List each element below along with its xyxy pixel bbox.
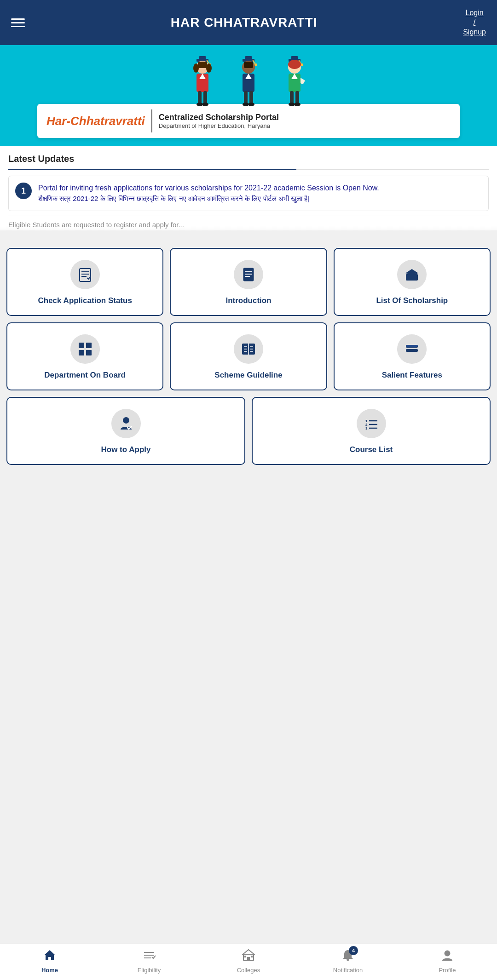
introduction-icon-circle bbox=[234, 260, 263, 289]
list-of-scholarship-card[interactable]: List Of Scholarship bbox=[334, 248, 491, 316]
svg-rect-10 bbox=[198, 91, 202, 104]
course-list-label: Course List bbox=[350, 445, 393, 455]
checklist-icon bbox=[77, 267, 93, 282]
ordered-list-icon: 1. 2. 3. bbox=[364, 416, 379, 431]
svg-rect-7 bbox=[198, 62, 207, 68]
figure-1 bbox=[186, 54, 219, 105]
svg-rect-27 bbox=[291, 56, 298, 60]
svg-point-17 bbox=[254, 63, 257, 66]
svg-rect-52 bbox=[79, 343, 84, 348]
how-to-apply-label: How to Apply bbox=[101, 445, 151, 455]
salient-features-card[interactable]: Salient Features bbox=[334, 322, 491, 390]
svg-rect-15 bbox=[245, 56, 252, 60]
introduction-label: Introduction bbox=[225, 296, 271, 306]
check-application-status-label: Check Application Status bbox=[38, 296, 132, 306]
scheme-guideline-card[interactable]: Scheme Guideline bbox=[170, 322, 327, 390]
check-application-status-card[interactable]: Check Application Status bbox=[6, 248, 163, 316]
banner: Har-Chhatravratti Centralized Scholarshi… bbox=[0, 45, 497, 146]
svg-rect-55 bbox=[86, 350, 92, 355]
svg-point-38 bbox=[294, 103, 301, 106]
svg-point-51 bbox=[416, 276, 417, 278]
svg-rect-53 bbox=[86, 343, 92, 348]
check-application-status-icon-circle bbox=[70, 260, 100, 289]
course-list-card[interactable]: 1. 2. 3. Course List bbox=[252, 397, 491, 465]
update-text-1: Portal for inviting fresh applications f… bbox=[38, 183, 379, 204]
update-text-en: Portal for inviting fresh applications f… bbox=[38, 183, 379, 194]
department-on-board-icon-circle bbox=[70, 334, 100, 364]
latest-updates-section: Latest Updates 1 Portal for inviting fre… bbox=[0, 146, 497, 230]
svg-text:3.: 3. bbox=[365, 426, 369, 430]
list-of-scholarship-icon-circle bbox=[397, 260, 427, 289]
app-title: HAR CHHATRAVRATTI bbox=[25, 15, 463, 30]
figure-3 bbox=[278, 54, 311, 105]
menu-button[interactable] bbox=[11, 18, 25, 27]
how-to-apply-icon-circle bbox=[111, 409, 141, 438]
salient-features-icon-circle bbox=[397, 334, 427, 364]
svg-point-67 bbox=[123, 417, 129, 424]
svg-rect-22 bbox=[244, 91, 248, 104]
course-list-icon-circle: 1. 2. 3. bbox=[357, 409, 386, 438]
updates-divider bbox=[8, 169, 489, 170]
introduction-card[interactable]: Introduction bbox=[170, 248, 327, 316]
svg-point-13 bbox=[202, 103, 208, 106]
salient-features-label: Salient Features bbox=[382, 370, 442, 380]
banner-logo: Har-Chhatravratti bbox=[46, 114, 145, 128]
svg-rect-23 bbox=[249, 91, 253, 104]
svg-rect-39 bbox=[80, 269, 91, 281]
grid-section: Check Application Status Introduction bbox=[0, 240, 497, 480]
svg-rect-35 bbox=[290, 91, 294, 104]
banner-divider bbox=[151, 109, 152, 132]
svg-point-37 bbox=[289, 103, 295, 106]
svg-rect-1 bbox=[199, 56, 206, 60]
scheme-guideline-icon-circle bbox=[234, 334, 263, 364]
book-open-icon bbox=[241, 341, 256, 357]
svg-point-31 bbox=[288, 60, 301, 69]
how-to-apply-card[interactable]: How to Apply bbox=[6, 397, 245, 465]
update-number-1: 1 bbox=[15, 183, 32, 199]
grid-row-3: How to Apply 1. 2. 3. Course List bbox=[6, 397, 491, 465]
document-icon bbox=[241, 267, 256, 282]
svg-rect-65 bbox=[406, 349, 418, 352]
banner-figures bbox=[0, 45, 497, 109]
figure-2 bbox=[232, 54, 265, 105]
header: HAR CHHATRAVRATTI Login / Signup bbox=[0, 0, 497, 45]
list-of-scholarship-label: List Of Scholarship bbox=[376, 296, 448, 306]
svg-rect-36 bbox=[295, 91, 299, 104]
portal-subtitle: Department of Higher Education, Haryana bbox=[159, 122, 279, 129]
grid-row-1: Check Application Status Introduction bbox=[6, 248, 491, 316]
person-check-icon bbox=[118, 416, 134, 431]
update-item-1: 1 Portal for inviting fresh applications… bbox=[8, 176, 489, 211]
grid-row-2: Department On Board Scheme Guideline bbox=[6, 322, 491, 390]
department-on-board-card[interactable]: Department On Board bbox=[6, 322, 163, 390]
updates-title: Latest Updates bbox=[8, 154, 489, 164]
svg-rect-66 bbox=[406, 345, 418, 347]
banner-info: Centralized Scholarship Portal Departmen… bbox=[159, 113, 279, 129]
svg-point-24 bbox=[243, 103, 249, 106]
grid-building-icon bbox=[77, 341, 93, 357]
svg-point-25 bbox=[248, 103, 254, 106]
department-on-board-label: Department On Board bbox=[44, 370, 126, 380]
svg-point-12 bbox=[196, 103, 203, 106]
layers-icon bbox=[404, 341, 420, 357]
svg-rect-54 bbox=[79, 350, 84, 355]
update-text-hi: शैक्षणिक सत्र 2021-22 के लिए विभिन्न छात… bbox=[38, 194, 379, 204]
login-signup-button[interactable]: Login / Signup bbox=[463, 8, 486, 37]
graduation-icon bbox=[404, 267, 420, 282]
svg-rect-11 bbox=[203, 91, 207, 104]
svg-rect-19 bbox=[244, 62, 253, 68]
portal-title: Centralized Scholarship Portal bbox=[159, 113, 279, 122]
scheme-guideline-label: Scheme Guideline bbox=[214, 370, 282, 380]
